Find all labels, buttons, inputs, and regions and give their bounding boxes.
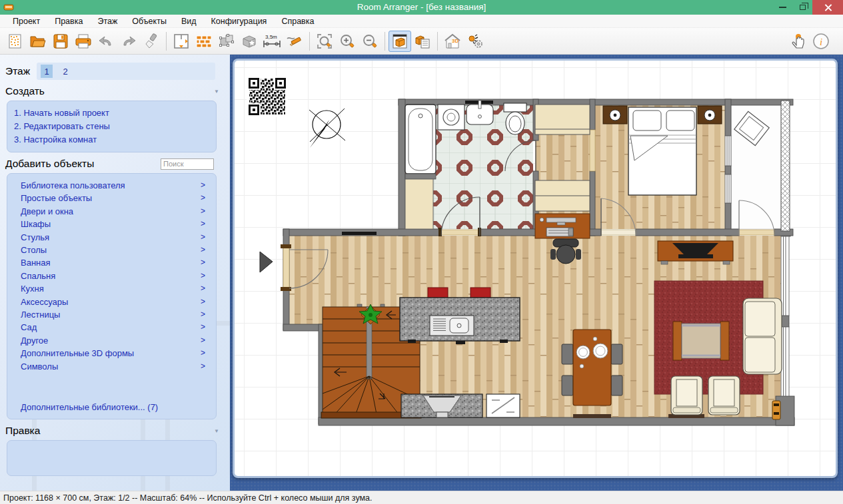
- category-list: Библиотека пользователя > Простые объект…: [14, 179, 208, 373]
- minimize-button[interactable]: [772, 0, 792, 15]
- chevron-right-icon: >: [201, 179, 208, 192]
- fridge[interactable]: [486, 394, 520, 417]
- house-3d-button[interactable]: 3D: [441, 31, 464, 52]
- armchair[interactable]: [671, 376, 702, 415]
- toilet[interactable]: [504, 103, 526, 134]
- object-properties-button[interactable]: [411, 31, 434, 52]
- edit-walls-button[interactable]: [170, 31, 193, 52]
- close-button[interactable]: [812, 0, 843, 15]
- plan-canvas[interactable]: [235, 61, 836, 476]
- menu-item[interactable]: Проект: [5, 15, 47, 28]
- category-item[interactable]: Сад >: [14, 321, 208, 334]
- balcony-glass-wall[interactable]: [781, 101, 790, 231]
- open-project-button[interactable]: [27, 31, 49, 52]
- wall-materials-button[interactable]: [193, 31, 215, 52]
- category-item[interactable]: Ванная >: [14, 256, 208, 269]
- category-item[interactable]: Аксессуары >: [14, 296, 208, 308]
- save-project-button[interactable]: [49, 31, 72, 52]
- cursor-arrow: [260, 252, 273, 272]
- floor-tab[interactable]: 1: [41, 65, 53, 78]
- menu-item[interactable]: Этаж: [90, 15, 125, 28]
- zoom-to-fit-button[interactable]: [313, 31, 336, 52]
- qr-code[interactable]: [247, 76, 288, 117]
- dining-chair[interactable]: [611, 344, 622, 364]
- floor-label: Этаж: [5, 65, 30, 77]
- print-button[interactable]: [72, 31, 95, 52]
- room-arranger-window: Room Arranger - [без названия] ПроектПра…: [0, 0, 843, 504]
- kitchen-sink[interactable]: [430, 316, 474, 336]
- dining-chair[interactable]: [611, 376, 622, 395]
- coffee-table[interactable]: [673, 322, 729, 360]
- closet[interactable]: [535, 105, 590, 134]
- zoom-in-button[interactable]: [336, 31, 359, 52]
- collapse-icon[interactable]: ▼: [214, 428, 223, 434]
- measure-button[interactable]: 3,5m: [261, 31, 283, 52]
- floor-tab[interactable]: 2: [59, 65, 71, 78]
- menu-item[interactable]: Вид: [174, 15, 204, 28]
- hand-tool-button[interactable]: [787, 31, 810, 52]
- category-item[interactable]: Простые объекты >: [14, 192, 208, 204]
- chevron-right-icon: >: [201, 282, 208, 295]
- restore-button[interactable]: [792, 0, 812, 15]
- search-input[interactable]: [161, 158, 214, 170]
- compass-rose[interactable]: [309, 109, 345, 148]
- category-label: Стулья: [21, 231, 49, 244]
- floor-plan[interactable]: [235, 61, 836, 476]
- about-info-button[interactable]: i: [810, 31, 832, 52]
- status-text: Проект: 1168 × 700 см, Этаж: 1/2 -- Масш…: [3, 493, 373, 503]
- workspace-desktop: [230, 55, 843, 491]
- dining-chair[interactable]: [562, 344, 573, 364]
- format-painter-button[interactable]: [140, 31, 163, 52]
- bar-stool[interactable]: [470, 288, 490, 298]
- undo-button[interactable]: [95, 31, 117, 52]
- category-item[interactable]: Символы >: [14, 360, 208, 373]
- more-libraries-link[interactable]: Дополнительные библиотеки... (7): [14, 402, 208, 412]
- draw-walls-button[interactable]: [283, 31, 306, 52]
- zoom-out-button[interactable]: [359, 31, 381, 52]
- create-step-link[interactable]: 2. Редактировать стены: [14, 120, 209, 133]
- double-bed[interactable]: [628, 107, 696, 195]
- washing-machine[interactable]: [438, 105, 464, 130]
- category-item[interactable]: Спальня >: [14, 270, 208, 282]
- create-panel: 1. Начать новый проект2. Редактировать с…: [7, 101, 217, 152]
- tv-stand[interactable]: [658, 241, 733, 264]
- menu-item[interactable]: Объекты: [125, 15, 174, 28]
- category-item[interactable]: Другое >: [14, 334, 208, 347]
- radiator[interactable]: [772, 401, 780, 419]
- category-label: Ванная: [21, 256, 51, 269]
- chevron-right-icon: >: [201, 360, 208, 373]
- menu-item[interactable]: Конфигурация: [204, 15, 275, 28]
- category-item[interactable]: Лестницы >: [14, 308, 208, 321]
- category-item[interactable]: Библиотека пользователя >: [14, 179, 208, 192]
- bar-stool[interactable]: [428, 288, 448, 298]
- create-step-link[interactable]: 1. Начать новый проект: [14, 107, 209, 120]
- sofa[interactable]: [743, 298, 782, 374]
- new-project-button[interactable]: [4, 31, 27, 52]
- view-3d-button[interactable]: [389, 31, 411, 52]
- bathroom-cabinet[interactable]: [405, 179, 433, 229]
- desk-with-computer[interactable]: [535, 214, 590, 238]
- menu-item[interactable]: Правка: [47, 15, 90, 28]
- insert-object-button[interactable]: [238, 31, 261, 52]
- redo-button[interactable]: [117, 31, 140, 52]
- menu-item[interactable]: Справка: [274, 15, 321, 28]
- chevron-right-icon: >: [201, 231, 208, 244]
- dining-table[interactable]: [573, 330, 611, 405]
- toolbar: 3,5m 3D: [0, 28, 843, 55]
- statusbar: Проект: 1168 × 700 см, Этаж: 1/2 -- Масш…: [0, 491, 843, 504]
- category-item[interactable]: Шкафы >: [14, 218, 208, 230]
- category-item[interactable]: Двери и окна >: [14, 205, 208, 218]
- category-item[interactable]: Столы >: [14, 244, 208, 256]
- select-objects-button[interactable]: [215, 31, 238, 52]
- chevron-right-icon: >: [201, 334, 208, 347]
- render-walkthrough-button[interactable]: [464, 31, 486, 52]
- create-step-link[interactable]: 3. Настройка комнат: [14, 133, 209, 146]
- armchair[interactable]: [708, 376, 740, 415]
- edit-section-title: Правка: [5, 425, 40, 437]
- collapse-icon[interactable]: ▼: [214, 89, 223, 95]
- category-item[interactable]: Кухня >: [14, 282, 208, 295]
- category-item[interactable]: Стулья >: [14, 231, 208, 244]
- dining-chair[interactable]: [562, 376, 573, 395]
- kitchen-counter[interactable]: [401, 394, 520, 417]
- category-item[interactable]: Дополнительные 3D формы >: [14, 347, 208, 360]
